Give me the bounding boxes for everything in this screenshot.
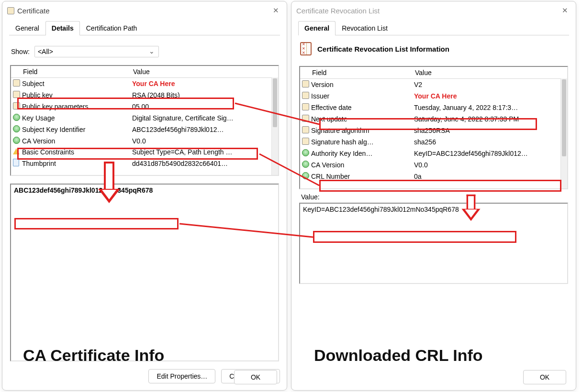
info-header: Certificate Revocation List Information — [300, 42, 567, 55]
table-row[interactable]: VersionV2 — [300, 79, 567, 91]
crl-dialog: Certificate Revocation List ✕ General Re… — [291, 1, 576, 391]
field-value: Your CA Here — [130, 78, 278, 90]
table-row[interactable]: Key UsageDigital Signature, Certificate … — [11, 112, 278, 124]
titlebar: Certificate ✕ — [2, 1, 287, 19]
titlebar: Certificate Revocation List ✕ — [291, 1, 576, 19]
crl-icon — [300, 42, 312, 55]
certificate-icon — [7, 7, 14, 14]
scrollbar[interactable] — [271, 77, 278, 175]
ok-button-wrap: OK — [523, 370, 566, 384]
field-value: V0.0 — [412, 159, 567, 171]
table-row[interactable]: Public key parameters05 00 — [11, 101, 278, 112]
crl-fields-table: Field Value VersionV2IssuerYour CA HereE… — [300, 67, 567, 182]
ok-button-wrap: OK — [234, 370, 277, 384]
edit-properties-button[interactable]: Edit Properties… — [148, 369, 215, 383]
field-value: ABC123def456ghi789Jkl012… — [130, 124, 278, 135]
field-icon — [13, 102, 20, 109]
field-icon — [13, 91, 20, 98]
tab-revocation-list[interactable]: Revocation List — [336, 21, 394, 35]
tab-details[interactable]: Details — [45, 21, 80, 35]
field-name: CRL Number — [309, 171, 412, 182]
close-icon[interactable]: ✕ — [270, 5, 282, 16]
titlebar-left: Certificate — [7, 7, 50, 15]
table-row[interactable]: CRL Number0a — [300, 171, 567, 182]
ok-button[interactable]: OK — [523, 370, 566, 384]
certificate-fields-table: Field Value SubjectYour CA HerePublic ke… — [11, 66, 278, 169]
extension-icon — [302, 161, 309, 168]
field-name: Signature hash alg… — [309, 136, 412, 148]
field-name: Key Usage — [20, 112, 130, 124]
field-icon — [302, 80, 309, 87]
arrow-down-icon — [98, 162, 120, 203]
field-icon — [302, 138, 309, 145]
tab-general[interactable]: General — [298, 21, 336, 35]
table-row[interactable]: CA VersionV0.0 — [11, 135, 278, 147]
field-value: RSA (2048 Bits) — [130, 89, 278, 101]
warning-icon — [13, 148, 20, 154]
left-caption: CA Certificate Info — [23, 346, 164, 365]
field-icon — [302, 126, 309, 133]
table-row[interactable]: Signature hash alg…sha256 — [300, 136, 567, 148]
field-name: Subject — [20, 78, 130, 90]
field-value: sha256RSA — [412, 125, 567, 136]
field-name: Signature algorithm — [309, 125, 412, 136]
field-value: Subject Type=CA, Path Length … — [130, 147, 278, 157]
value-label: Value: — [301, 193, 568, 201]
show-row: Show: <All> — [11, 46, 278, 57]
field-name: CA Version — [309, 159, 412, 171]
table-row[interactable]: Effective dateTuesday, January 4, 2022 8… — [300, 102, 567, 113]
detail-text-area[interactable]: ABC123def456ghi789Jkl012mNo345pqR678 — [10, 184, 279, 361]
field-value: KeyID=ABC123def456ghi789Jkl012… — [412, 148, 567, 159]
document-icon — [13, 159, 19, 166]
tab-certification-path[interactable]: Certification Path — [80, 21, 144, 35]
table-row[interactable]: IssuerYour CA Here — [300, 90, 567, 102]
col-value[interactable]: Value — [130, 66, 278, 78]
field-icon — [302, 103, 309, 110]
extension-icon — [13, 137, 20, 144]
field-value: V0.0 — [130, 135, 278, 147]
field-name: Basic Constraints — [20, 147, 130, 157]
table-row[interactable]: Basic ConstraintsSubject Type=CA, Path L… — [11, 147, 278, 157]
certificate-dialog: Certificate ✕ General Details Certificat… — [2, 1, 287, 391]
table-row[interactable]: Signature algorithmsha256RSA — [300, 125, 567, 136]
col-field[interactable]: Field — [309, 67, 412, 79]
field-table: Field Value SubjectYour CA HerePublic ke… — [10, 65, 279, 176]
table-row[interactable]: SubjectYour CA Here — [11, 78, 278, 90]
table-row[interactable]: Next updateSaturday, June 4, 2022 8:37:3… — [300, 113, 567, 125]
right-caption: Downloaded CRL Info — [314, 346, 483, 365]
table-row[interactable]: Subject Key IdentifierABC123def456ghi789… — [11, 124, 278, 135]
field-value: Saturday, June 4, 2022 8:37:33 PM — [412, 113, 567, 125]
detail-text-area[interactable]: KeyID=ABC123def456ghi789Jkl012mNo345pqR6… — [299, 203, 568, 284]
table-row[interactable]: Authority Key Iden…KeyID=ABC123def456ghi… — [300, 148, 567, 159]
arrow-down-icon — [461, 195, 480, 221]
table-row[interactable]: Public keyRSA (2048 Bits) — [11, 89, 278, 101]
field-name: Next update — [309, 113, 412, 125]
detail-value: ABC123def456ghi789Jkl012mNo345pqR678 — [14, 186, 153, 194]
dialog-content: General Details Certification Path Show:… — [2, 19, 287, 390]
field-value: dd431d87b5490d2832c66401… — [130, 157, 278, 169]
close-icon[interactable]: ✕ — [559, 5, 571, 16]
extension-icon — [302, 172, 309, 179]
tab-general[interactable]: General — [9, 21, 45, 35]
field-value: Tuesday, January 4, 2022 8:17:3… — [412, 102, 567, 113]
ok-button[interactable]: OK — [234, 370, 277, 384]
col-field[interactable]: Field — [20, 66, 130, 78]
field-value: 05 00 — [130, 101, 278, 112]
table-row[interactable]: Thumbprintdd431d87b5490d2832c66401… — [11, 157, 278, 169]
col-value[interactable]: Value — [412, 67, 567, 79]
show-label: Show: — [11, 48, 30, 55]
dialog-title: Certificate Revocation List — [296, 7, 380, 15]
field-name: Authority Key Iden… — [309, 148, 412, 159]
field-name: Version — [309, 79, 412, 91]
detail-value: KeyID=ABC123def456ghi789Jkl012mNo345pqR6… — [303, 206, 459, 213]
field-value: V2 — [412, 79, 567, 91]
field-name: CA Version — [20, 135, 130, 147]
extension-icon — [13, 125, 20, 132]
field-name: Subject Key Identifier — [20, 124, 130, 135]
field-name: Public key parameters — [20, 101, 130, 112]
table-row[interactable]: CA VersionV0.0 — [300, 159, 567, 171]
info-title: Certificate Revocation List Information — [317, 45, 449, 53]
field-value: Digital Signature, Certificate Sig… — [130, 112, 278, 124]
scrollbar[interactable] — [560, 78, 567, 188]
show-combobox[interactable]: <All> — [34, 46, 159, 57]
